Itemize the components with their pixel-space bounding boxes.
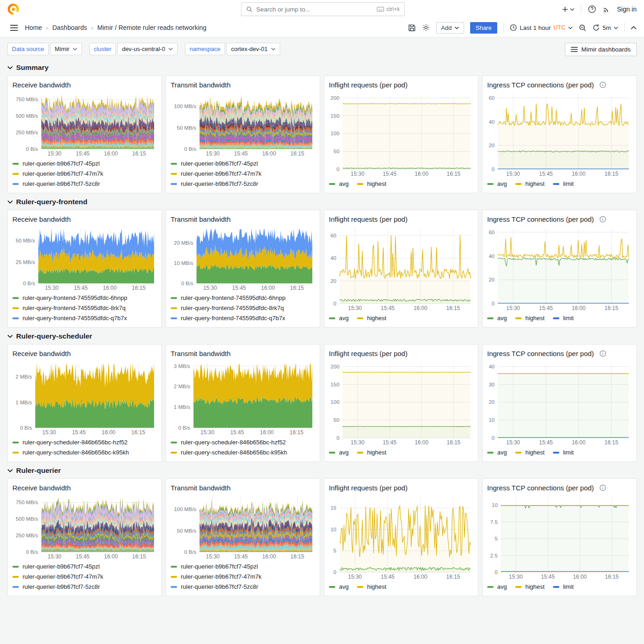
new-menu-button[interactable] bbox=[562, 6, 575, 13]
chart-inflight-requests-per-pod[interactable]: 15:3015:4516:0016:15050100150200 bbox=[329, 91, 473, 178]
chart-inflight-requests-per-pod[interactable]: 15:3015:4516:0016:15051015 bbox=[329, 494, 473, 581]
legend-item-ruler-querier-b9b67fcf7-45pzl[interactable]: ruler-querier-b9b67fcf7-45pzl bbox=[171, 160, 315, 167]
legend-item-highest[interactable]: highest bbox=[515, 583, 545, 591]
variable-namespace-value[interactable]: cortex-dev-01 bbox=[226, 43, 280, 55]
panel-header[interactable]: Inflight requests (per pod) bbox=[329, 79, 473, 91]
legend-item-highest[interactable]: highest bbox=[357, 583, 386, 591]
info-icon[interactable] bbox=[599, 484, 606, 491]
section-header-ruler-querier[interactable]: Ruler-querier bbox=[7, 466, 637, 475]
legend-item-ruler-query-scheduler-846b656bc-hzf52[interactable]: ruler-query-scheduler-846b656bc-hzf52 bbox=[12, 438, 157, 446]
legend-item-ruler-querier-b9b67fcf7-5zc8r[interactable]: ruler-querier-b9b67fcf7-5zc8r bbox=[12, 180, 157, 188]
variable-cluster-label[interactable]: cluster bbox=[89, 43, 116, 55]
legend-item-avg[interactable]: avg bbox=[329, 448, 349, 456]
legend-item-limit[interactable]: limit bbox=[553, 314, 574, 322]
legend-item-ruler-query-scheduler-846b656bc-k95kh[interactable]: ruler-query-scheduler-846b656bc-k95kh bbox=[12, 448, 157, 456]
chart-ingress-tcp-connections-per-pod[interactable]: 15:3015:4516:0016:150204060 bbox=[487, 91, 632, 178]
chart-transmit-bandwidth[interactable]: 15:3015:4516:0016:150 B/s50 MB/s100 MB/s bbox=[171, 91, 315, 157]
panel-header[interactable]: Ingress TCP connections (per pod) bbox=[487, 213, 632, 225]
info-icon[interactable] bbox=[599, 350, 606, 357]
legend-item-highest[interactable]: highest bbox=[515, 448, 545, 456]
panel-header[interactable]: Transmit bandwidth bbox=[171, 482, 315, 494]
breadcrumb-home[interactable]: Home bbox=[25, 24, 42, 31]
variable-datasource-value[interactable]: Mimir bbox=[50, 43, 82, 55]
legend-item-avg[interactable]: avg bbox=[487, 583, 507, 591]
legend-item-ruler-query-frontend-745595dfdc-q7b7x[interactable]: ruler-query-frontend-745595dfdc-q7b7x bbox=[12, 314, 157, 322]
section-header-ruler-query-scheduler[interactable]: Ruler-query-scheduler bbox=[7, 332, 637, 340]
panel-header[interactable]: Transmit bandwidth bbox=[171, 347, 315, 359]
legend-item-ruler-querier-b9b67fcf7-5zc8r[interactable]: ruler-querier-b9b67fcf7-5zc8r bbox=[171, 583, 315, 591]
mimir-dashboards-button[interactable]: Mimir dashboards bbox=[565, 43, 637, 56]
legend-item-ruler-query-frontend-745595dfdc-6hnpp[interactable]: ruler-query-frontend-745595dfdc-6hnpp bbox=[12, 294, 157, 302]
legend-item-avg[interactable]: avg bbox=[487, 448, 507, 456]
legend-item-ruler-query-frontend-745595dfdc-q7b7x[interactable]: ruler-query-frontend-745595dfdc-q7b7x bbox=[171, 314, 315, 322]
legend-item-limit[interactable]: limit bbox=[553, 583, 574, 591]
chart-transmit-bandwidth[interactable]: 15:3015:4516:0016:150 B/s10 MB/s20 MB/s bbox=[171, 225, 315, 292]
legend-item-ruler-querier-b9b67fcf7-45pzl[interactable]: ruler-querier-b9b67fcf7-45pzl bbox=[12, 160, 157, 167]
chart-inflight-requests-per-pod[interactable]: 15:3015:4516:0016:15050100150200 bbox=[329, 359, 473, 446]
legend-item-ruler-query-frontend-745595dfdc-6hnpp[interactable]: ruler-query-frontend-745595dfdc-6hnpp bbox=[171, 294, 315, 302]
panel-header[interactable]: Inflight requests (per pod) bbox=[329, 347, 473, 359]
save-icon[interactable] bbox=[408, 24, 416, 32]
legend-item-highest[interactable]: highest bbox=[515, 180, 545, 188]
chart-receive-bandwidth[interactable]: 15:3015:4516:0016:150 B/s250 MB/s500 MB/… bbox=[12, 494, 157, 560]
mega-menu-button[interactable] bbox=[7, 21, 20, 34]
legend-item-ruler-querier-b9b67fcf7-47m7k[interactable]: ruler-querier-b9b67fcf7-47m7k bbox=[171, 170, 315, 178]
legend-item-ruler-querier-b9b67fcf7-47m7k[interactable]: ruler-querier-b9b67fcf7-47m7k bbox=[171, 573, 315, 581]
legend-item-highest[interactable]: highest bbox=[357, 448, 386, 456]
panel-header[interactable]: Receive bandwidth bbox=[12, 79, 157, 91]
search-input[interactable]: Search or jump to... ctrl+k bbox=[241, 2, 405, 16]
sign-in-link[interactable]: Sign in bbox=[617, 6, 637, 13]
legend-item-ruler-querier-b9b67fcf7-47m7k[interactable]: ruler-querier-b9b67fcf7-47m7k bbox=[12, 573, 157, 581]
chart-ingress-tcp-connections-per-pod[interactable]: 15:3015:4516:0016:150204060 bbox=[487, 225, 632, 312]
legend-item-ruler-querier-b9b67fcf7-5zc8r[interactable]: ruler-querier-b9b67fcf7-5zc8r bbox=[12, 583, 157, 591]
legend-item-avg[interactable]: avg bbox=[329, 583, 349, 591]
legend-item-avg[interactable]: avg bbox=[329, 314, 349, 322]
chart-transmit-bandwidth[interactable]: 15:3015:4516:0016:150 B/s50 MB/s100 MB/s bbox=[171, 494, 315, 560]
legend-item-ruler-query-frontend-745595dfdc-8rk7q[interactable]: ruler-query-frontend-745595dfdc-8rk7q bbox=[171, 304, 315, 312]
legend-item-highest[interactable]: highest bbox=[357, 314, 386, 322]
grafana-logo[interactable] bbox=[7, 3, 19, 15]
panel-header[interactable]: Ingress TCP connections (per pod) bbox=[487, 482, 632, 494]
panel-header[interactable]: Inflight requests (per pod) bbox=[329, 213, 473, 225]
legend-item-limit[interactable]: limit bbox=[553, 448, 574, 456]
legend-item-ruler-query-frontend-745595dfdc-8rk7q[interactable]: ruler-query-frontend-745595dfdc-8rk7q bbox=[12, 304, 157, 312]
chart-receive-bandwidth[interactable]: 15:3015:4516:0016:150 B/s250 MB/s500 MB/… bbox=[12, 91, 157, 157]
variable-datasource-label[interactable]: Data source bbox=[7, 43, 49, 55]
section-header-summary[interactable]: Summary bbox=[7, 63, 637, 72]
panel-header[interactable]: Receive bandwidth bbox=[12, 482, 157, 494]
info-icon[interactable] bbox=[599, 216, 606, 223]
legend-item-avg[interactable]: avg bbox=[487, 180, 507, 188]
variable-namespace-label[interactable]: namespace bbox=[185, 43, 225, 55]
chart-ingress-tcp-connections-per-pod[interactable]: 15:3015:4516:0016:1502.557.510 bbox=[487, 494, 632, 581]
chart-ingress-tcp-connections-per-pod[interactable]: 15:3015:4516:0016:15010203040 bbox=[487, 359, 632, 446]
kiosk-collapse-icon[interactable] bbox=[631, 26, 637, 30]
panel-header[interactable]: Transmit bandwidth bbox=[171, 213, 315, 225]
legend-item-limit[interactable]: limit bbox=[553, 180, 574, 188]
legend-item-ruler-querier-b9b67fcf7-47m7k[interactable]: ruler-querier-b9b67fcf7-47m7k bbox=[12, 170, 157, 178]
chart-receive-bandwidth[interactable]: 15:3015:4516:0016:150 B/s25 MB/s50 MB/s bbox=[12, 225, 157, 292]
legend-item-ruler-querier-b9b67fcf7-5zc8r[interactable]: ruler-querier-b9b67fcf7-5zc8r bbox=[171, 180, 315, 188]
legend-item-ruler-querier-b9b67fcf7-45pzl[interactable]: ruler-querier-b9b67fcf7-45pzl bbox=[12, 563, 157, 570]
breadcrumb-dashboards[interactable]: Dashboards bbox=[52, 24, 87, 31]
chart-inflight-requests-per-pod[interactable]: 15:3015:4516:0016:150204060 bbox=[329, 225, 473, 312]
chart-transmit-bandwidth[interactable]: 15:3015:4516:0016:150 B/s1 MB/s2 MB/s3 M… bbox=[171, 359, 315, 436]
info-icon[interactable] bbox=[599, 81, 606, 88]
chart-receive-bandwidth[interactable]: 15:3015:4516:0016:150 B/s1 MB/s2 MB/s bbox=[12, 359, 157, 436]
panel-header[interactable]: Ingress TCP connections (per pod) bbox=[487, 79, 632, 91]
panel-header[interactable]: Ingress TCP connections (per pod) bbox=[487, 347, 632, 359]
settings-gear-icon[interactable] bbox=[422, 23, 430, 32]
panel-header[interactable]: Receive bandwidth bbox=[12, 213, 157, 225]
help-icon[interactable] bbox=[588, 5, 596, 13]
legend-item-avg[interactable]: avg bbox=[487, 314, 507, 322]
panel-header[interactable]: Inflight requests (per pod) bbox=[329, 482, 473, 494]
legend-item-ruler-query-scheduler-846b656bc-hzf52[interactable]: ruler-query-scheduler-846b656bc-hzf52 bbox=[171, 438, 315, 446]
legend-item-ruler-query-scheduler-846b656bc-k95kh[interactable]: ruler-query-scheduler-846b656bc-k95kh bbox=[171, 448, 315, 456]
add-button[interactable]: Add bbox=[436, 22, 464, 34]
section-header-ruler-query-frontend[interactable]: Ruler-query-frontend bbox=[7, 198, 637, 206]
variable-cluster-value[interactable]: dev-us-central-0 bbox=[117, 43, 178, 55]
refresh-picker[interactable]: 5m bbox=[592, 24, 618, 31]
legend-item-avg[interactable]: avg bbox=[329, 180, 349, 188]
legend-item-ruler-querier-b9b67fcf7-45pzl[interactable]: ruler-querier-b9b67fcf7-45pzl bbox=[171, 563, 315, 570]
legend-item-highest[interactable]: highest bbox=[357, 180, 386, 188]
panel-header[interactable]: Transmit bandwidth bbox=[171, 79, 315, 91]
